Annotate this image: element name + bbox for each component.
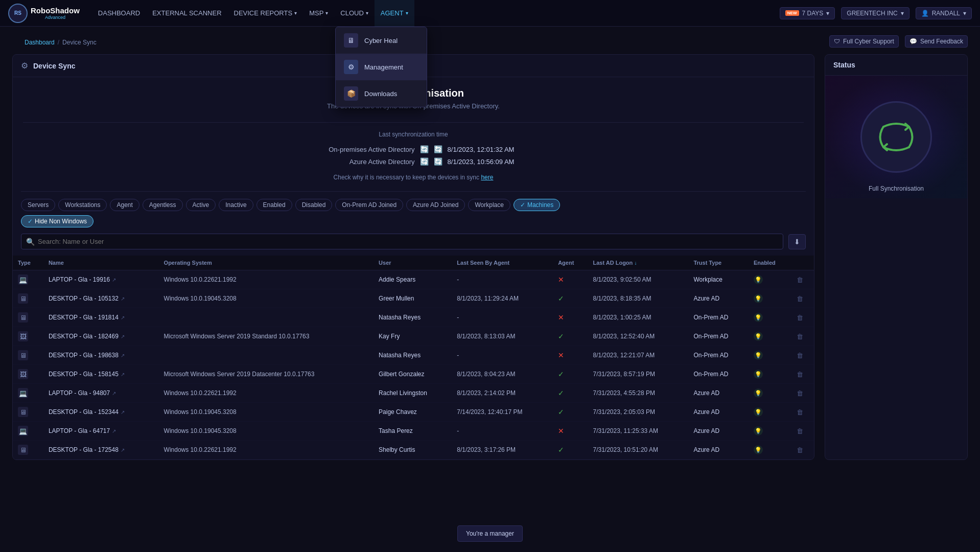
navbar: RS RoboShadow Advanced DASHBOARD EXTERNA… — [0, 0, 980, 27]
cyber-heal-icon: 🖥 — [344, 33, 358, 48]
agent-caret: ▾ — [406, 10, 408, 16]
user-selector[interactable]: 👤 RANDALL ▾ — [916, 7, 972, 19]
nav-agent[interactable]: AGENT ▾ — [375, 0, 414, 27]
downloads-label: Downloads — [364, 90, 397, 98]
dropdown-cyber-heal[interactable]: 🖥 Cyber Heal — [336, 27, 427, 54]
logo: RS RoboShadow Advanced — [8, 4, 80, 23]
device-reports-caret: ▾ — [294, 10, 297, 16]
days-selector[interactable]: NEW 7 DAYS ▾ — [780, 7, 835, 19]
cloud-caret: ▾ — [366, 10, 368, 16]
dropdown-downloads[interactable]: 📦 Downloads — [336, 80, 427, 107]
dropdown-management[interactable]: ⚙ Management — [336, 54, 427, 80]
overlay[interactable] — [0, 0, 980, 552]
app-tagline: Advanced — [31, 15, 80, 20]
downloads-icon: 📦 — [344, 86, 358, 101]
days-label: 7 DAYS — [802, 10, 824, 17]
new-badge: NEW — [785, 10, 799, 16]
msp-caret: ▾ — [325, 10, 328, 16]
nav-items: DASHBOARD EXTERNAL SCANNER DEVICE REPORT… — [92, 0, 780, 27]
agent-dropdown: 🖥 Cyber Heal ⚙ Management 📦 Downloads — [335, 27, 427, 107]
cyber-heal-label: Cyber Heal — [364, 37, 398, 44]
nav-right: NEW 7 DAYS ▾ GREENTECH INC ▾ 👤 RANDALL ▾ — [780, 7, 972, 19]
user-icon: 👤 — [921, 10, 929, 17]
nav-msp[interactable]: MSP ▾ — [303, 0, 334, 27]
nav-cloud[interactable]: CLOUD ▾ — [334, 0, 375, 27]
nav-dashboard[interactable]: DASHBOARD — [92, 0, 146, 27]
nav-device-reports[interactable]: DEVICE REPORTS ▾ — [228, 0, 304, 27]
app-name: RoboShadow — [31, 6, 80, 15]
user-caret: ▾ — [963, 10, 966, 17]
logo-icon: RS — [8, 4, 28, 23]
management-label: Management — [364, 63, 403, 71]
company-name: GREENTECH INC — [847, 10, 897, 17]
company-selector[interactable]: GREENTECH INC ▾ — [841, 7, 909, 19]
nav-external-scanner[interactable]: EXTERNAL SCANNER — [146, 0, 227, 27]
user-name: RANDALL — [932, 10, 960, 17]
days-caret: ▾ — [826, 10, 829, 17]
management-icon: ⚙ — [344, 60, 358, 74]
company-caret: ▾ — [901, 10, 904, 17]
